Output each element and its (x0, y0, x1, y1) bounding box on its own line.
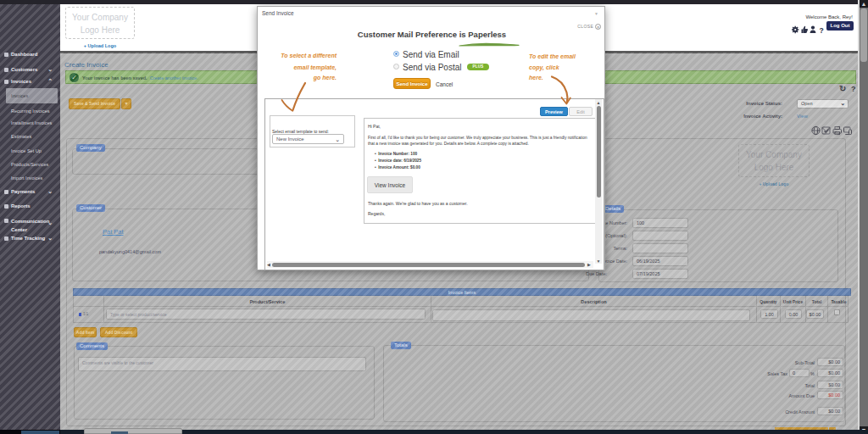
svg-text:?: ? (820, 26, 824, 35)
